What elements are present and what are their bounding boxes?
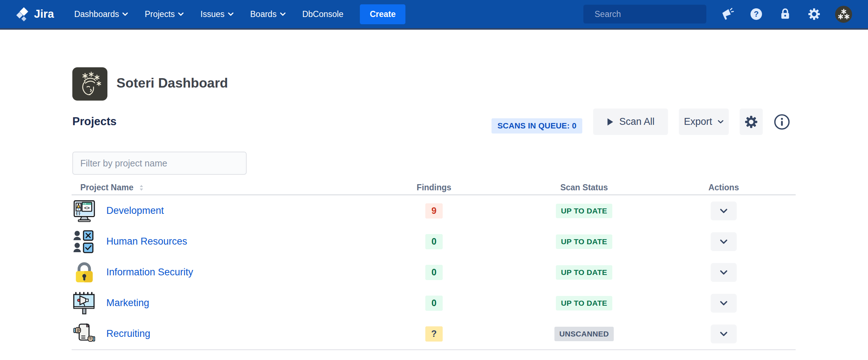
findings-badge: 9 <box>425 203 443 219</box>
nav-label: DbConsole <box>302 9 344 19</box>
projects-toolbar: SCANS IN QUEUE: 0 Scan All Export <box>492 109 790 135</box>
status-cell: UP TO DATE <box>485 234 684 249</box>
svg-text:?: ? <box>754 9 759 18</box>
status-badge: UP TO DATE <box>556 296 612 310</box>
header-label: Scan Status <box>560 183 608 192</box>
soteri-logo <box>72 67 107 101</box>
jira-mark-icon <box>16 7 30 22</box>
billboard-icon <box>72 291 96 315</box>
findings-cell: 0 <box>383 265 485 280</box>
chevron-down-icon <box>720 270 728 275</box>
table-row: <> {·} Development 9 UP TO DATE <box>72 195 796 226</box>
chevron-down-icon <box>720 239 728 244</box>
findings-badge: ? <box>425 326 443 342</box>
project-cell: Recruiting <box>72 322 383 346</box>
scan-all-button[interactable]: Scan All <box>593 109 668 135</box>
row-actions-button[interactable] <box>711 294 737 313</box>
jira-logo[interactable]: Jira <box>16 7 54 22</box>
nav-label: Boards <box>250 9 277 19</box>
header-findings: Findings <box>383 183 485 192</box>
info-button[interactable] <box>774 114 790 130</box>
nav-issues[interactable]: Issues <box>200 9 233 19</box>
page-title: Soteri Dashboard <box>116 76 228 91</box>
chevron-down-icon <box>280 12 286 16</box>
handover-icon <box>72 322 96 346</box>
project-link[interactable]: Development <box>106 205 164 216</box>
announcements-button[interactable] <box>719 6 735 22</box>
status-cell: UP TO DATE <box>485 265 684 280</box>
nav-dashboards[interactable]: Dashboards <box>74 9 128 19</box>
row-actions-button[interactable] <box>711 263 737 282</box>
info-icon <box>774 114 790 130</box>
soteri-face-icon <box>77 72 103 96</box>
nav-menu: Dashboards Projects Issues Boards DbCons… <box>74 9 343 19</box>
project-cell: <> {·} Development <box>72 199 383 223</box>
actions-cell <box>684 232 796 251</box>
human-resources-icon <box>72 230 96 254</box>
table-row: Recruiting ? UNSCANNED <box>72 318 796 349</box>
findings-badge: 0 <box>425 234 443 249</box>
nav-boards[interactable]: Boards <box>250 9 286 19</box>
project-cell: Information Security <box>72 261 383 284</box>
actions-cell <box>684 202 796 220</box>
chevron-down-icon <box>718 120 724 124</box>
svg-text:<>: <> <box>84 205 90 211</box>
nav-projects[interactable]: Projects <box>145 9 184 19</box>
row-actions-button[interactable] <box>711 232 737 251</box>
chevron-down-icon <box>720 208 728 213</box>
status-badge: UP TO DATE <box>556 265 612 280</box>
status-cell: UP TO DATE <box>485 204 684 218</box>
project-cell: Marketing <box>72 291 383 315</box>
gear-icon <box>808 8 820 20</box>
dashboard-settings-button[interactable] <box>740 109 763 135</box>
search-box[interactable] <box>583 5 706 24</box>
create-button[interactable]: Create <box>360 4 405 24</box>
project-link[interactable]: Marketing <box>106 297 149 309</box>
status-badge: UNSCANNED <box>554 327 614 341</box>
findings-badge: 0 <box>425 265 443 280</box>
table-row: Information Security 0 UP TO DATE <box>72 257 796 288</box>
user-avatar[interactable] <box>835 6 852 23</box>
settings-button[interactable] <box>806 6 822 22</box>
header-scan-status: Scan Status <box>485 183 684 192</box>
project-link[interactable]: Information Security <box>106 267 193 278</box>
screen: Jira Dashboards Projects Issues Boards D… <box>0 0 868 360</box>
search-input[interactable] <box>594 9 702 20</box>
row-actions-button[interactable] <box>711 202 737 220</box>
project-link[interactable]: Recruiting <box>106 328 150 339</box>
nav-label: Issues <box>200 9 224 19</box>
svg-text:{·}: {·} <box>76 211 80 215</box>
project-link[interactable]: Human Resources <box>106 236 187 247</box>
findings-badge: 0 <box>425 296 443 311</box>
gear-icon <box>745 115 758 128</box>
header-label: Findings <box>417 183 451 192</box>
nav-dbconsole[interactable]: DbConsole <box>302 9 344 19</box>
chevron-down-icon <box>228 12 234 16</box>
brand-text: Jira <box>34 8 54 21</box>
header-actions: Actions <box>684 183 796 192</box>
header-label: Project Name <box>80 183 133 192</box>
help-icon: ? <box>750 8 763 21</box>
scans-in-queue-badge: SCANS IN QUEUE: 0 <box>492 118 582 134</box>
security-button[interactable] <box>777 6 793 22</box>
header-project-name[interactable]: Project Name <box>72 183 383 192</box>
table-row: Marketing 0 UP TO DATE <box>72 288 796 318</box>
chevron-down-icon <box>178 12 184 16</box>
actions-cell <box>684 325 796 343</box>
development-icon: <> {·} <box>72 199 96 223</box>
help-button[interactable]: ? <box>748 6 764 22</box>
row-actions-button[interactable] <box>711 325 737 343</box>
project-filter-input[interactable] <box>72 152 247 175</box>
projects-heading: Projects <box>72 115 116 128</box>
chevron-down-icon <box>122 12 128 16</box>
top-navbar: Jira Dashboards Projects Issues Boards D… <box>0 0 868 30</box>
padlock-icon <box>72 261 96 284</box>
projects-table: Project Name Findings Scan Status Action… <box>72 181 796 350</box>
status-badge: UP TO DATE <box>556 234 612 249</box>
sort-icon <box>139 184 144 192</box>
chevron-down-icon <box>720 301 728 306</box>
nav-label: Projects <box>145 9 175 19</box>
table-body: <> {·} Development 9 UP TO DATE <box>72 195 796 350</box>
export-button[interactable]: Export <box>679 109 729 135</box>
findings-cell: ? <box>383 326 485 342</box>
